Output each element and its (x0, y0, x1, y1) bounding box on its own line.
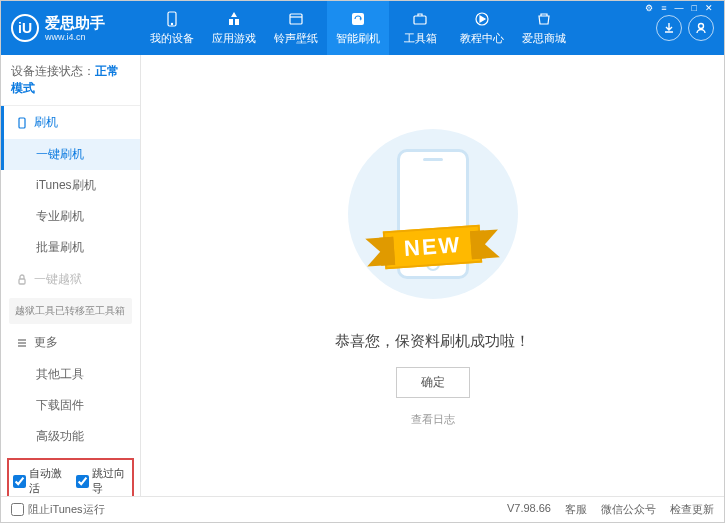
nav-toolbox[interactable]: 工具箱 (389, 1, 451, 55)
sidebar-item-other-tools[interactable]: 其他工具 (1, 359, 140, 390)
svg-rect-3 (352, 13, 364, 25)
connection-status: 设备连接状态：正常模式 (1, 55, 140, 106)
footer-service-link[interactable]: 客服 (565, 502, 587, 517)
sidebar-item-pro-flash[interactable]: 专业刷机 (1, 201, 140, 232)
nav-label: 铃声壁纸 (274, 31, 318, 46)
success-illustration: NEW (343, 124, 523, 304)
sidebar: 设备连接状态：正常模式 刷机 一键刷机 iTunes刷机 专业刷机 批量刷机 一… (1, 55, 141, 496)
sidebar-section-more[interactable]: 更多 (1, 326, 140, 359)
svg-rect-8 (19, 279, 25, 284)
store-icon (535, 10, 553, 28)
version-label: V7.98.66 (507, 502, 551, 517)
checkbox-block-itunes[interactable]: 阻止iTunes运行 (11, 502, 105, 517)
svg-rect-7 (19, 118, 25, 128)
svg-rect-2 (290, 14, 302, 24)
phone-icon (163, 10, 181, 28)
menu-icon[interactable]: ≡ (658, 3, 669, 13)
minimize-icon[interactable]: — (672, 3, 687, 13)
download-button[interactable] (656, 15, 682, 41)
logo[interactable]: iU 爱思助手 www.i4.cn (11, 14, 141, 43)
more-icon (16, 337, 28, 349)
sidebar-item-advanced[interactable]: 高级功能 (1, 421, 140, 452)
sidebar-section-jailbreak[interactable]: 一键越狱 (1, 263, 140, 296)
new-ribbon: NEW (383, 225, 483, 270)
nav-label: 爱思商城 (522, 31, 566, 46)
flash-icon (349, 10, 367, 28)
nav-apps-games[interactable]: 应用游戏 (203, 1, 265, 55)
app-title: 爱思助手 (45, 14, 105, 32)
svg-rect-4 (414, 16, 426, 24)
nav-ringtones[interactable]: 铃声壁纸 (265, 1, 327, 55)
ok-button[interactable]: 确定 (396, 367, 470, 398)
nav-label: 工具箱 (404, 31, 437, 46)
close-icon[interactable]: ✕ (702, 3, 716, 13)
jailbreak-note: 越狱工具已转移至工具箱 (9, 298, 132, 324)
apps-icon (225, 10, 243, 28)
top-nav: 我的设备 应用游戏 铃声壁纸 智能刷机 工具箱 教程中心 (141, 1, 656, 55)
footer-check-update-link[interactable]: 检查更新 (670, 502, 714, 517)
logo-icon: iU (11, 14, 39, 42)
sidebar-checkbox-group: 自动激活 跳过向导 (7, 458, 134, 496)
phone-small-icon (16, 117, 28, 129)
nav-label: 教程中心 (460, 31, 504, 46)
ringtone-icon (287, 10, 305, 28)
nav-tutorials[interactable]: 教程中心 (451, 1, 513, 55)
checkbox-skip-setup[interactable]: 跳过向导 (76, 466, 129, 496)
sidebar-item-itunes-flash[interactable]: iTunes刷机 (1, 170, 140, 201)
nav-label: 智能刷机 (336, 31, 380, 46)
window-controls: ⚙ ≡ — □ ✕ (642, 3, 716, 13)
svg-point-1 (171, 23, 172, 24)
nav-store[interactable]: 爱思商城 (513, 1, 575, 55)
app-subtitle: www.i4.cn (45, 32, 105, 43)
user-button[interactable] (688, 15, 714, 41)
sidebar-item-batch-flash[interactable]: 批量刷机 (1, 232, 140, 263)
svg-point-6 (699, 24, 704, 29)
sidebar-item-download-firmware[interactable]: 下载固件 (1, 390, 140, 421)
footer-wechat-link[interactable]: 微信公众号 (601, 502, 656, 517)
maximize-icon[interactable]: □ (689, 3, 700, 13)
tutorial-icon (473, 10, 491, 28)
toolbox-icon (411, 10, 429, 28)
nav-my-device[interactable]: 我的设备 (141, 1, 203, 55)
footer: 阻止iTunes运行 V7.98.66 客服 微信公众号 检查更新 (1, 496, 724, 522)
nav-smart-flash[interactable]: 智能刷机 (327, 1, 389, 55)
nav-label: 我的设备 (150, 31, 194, 46)
nav-label: 应用游戏 (212, 31, 256, 46)
view-log-link[interactable]: 查看日志 (411, 412, 455, 427)
sidebar-item-oneclick-flash[interactable]: 一键刷机 (1, 139, 140, 170)
header: iU 爱思助手 www.i4.cn 我的设备 应用游戏 铃声壁纸 智能刷机 (1, 1, 724, 55)
sidebar-section-flash[interactable]: 刷机 (1, 106, 140, 139)
checkbox-auto-activate[interactable]: 自动激活 (13, 466, 66, 496)
success-message: 恭喜您，保资料刷机成功啦！ (335, 332, 530, 351)
main-content: NEW 恭喜您，保资料刷机成功啦！ 确定 查看日志 (141, 55, 724, 496)
lock-icon (16, 274, 28, 286)
settings-icon[interactable]: ⚙ (642, 3, 656, 13)
